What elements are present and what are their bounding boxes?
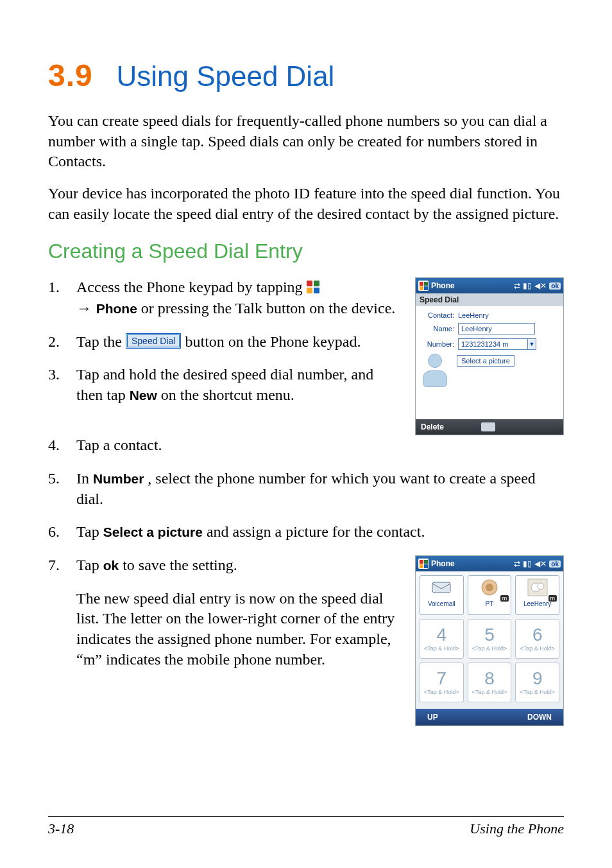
step-item: 2. Tap the Speed Dial button on the Phon… [48,332,401,352]
volume-icon: ◀✕ [534,281,547,290]
step-text: In [76,470,93,487]
step-number: 5. [48,469,76,509]
new-label: New [130,388,157,403]
name-field[interactable]: LeeHenry [458,323,535,334]
contact-avatar-placeholder [421,354,449,390]
footer-section-title: Using the Phone [470,820,564,837]
window-titlebar: Phone ⇄ ▮▯ ◀✕ ok [416,278,563,293]
signal-icon: ▮▯ [523,281,532,290]
section-heading: 3.9 Using Speed Dial [48,58,564,93]
steps-list: 4. Tap a contact. 5. In Number , select … [48,435,564,542]
step-text: Tap a contact. [76,435,564,456]
page-number: 3-18 [48,820,74,837]
step-number: 1. [48,277,76,318]
svg-point-2 [486,584,493,591]
speed-dial-tile-voicemail[interactable]: Voicemail [420,575,464,615]
slot-number: 8 [468,670,511,688]
phone-type-badge: m [548,595,557,602]
slot-number: 7 [420,670,463,688]
up-softkey[interactable]: UP [427,713,438,722]
softkey-bar: Delete [416,419,563,435]
step-text: Tap [76,523,103,540]
tile-caption: Voicemail [420,600,463,607]
step-number: 6. [48,522,76,542]
delete-softkey[interactable]: Delete [421,422,444,431]
step-text: to save the setting. [123,557,237,573]
step-item: 5. In Number , select the phone number f… [48,469,564,509]
step-item: 4. Tap a contact. [48,435,564,456]
speed-dial-tile[interactable]: m LeeHenry [515,575,559,615]
connectivity-icon: ⇄ [514,559,520,568]
screen-header: Speed Dial [416,293,563,306]
screenshot-speed-dial-grid: Phone ⇄ ▮▯ ◀✕ ok Voicemail [415,555,564,726]
down-softkey[interactable]: DOWN [527,713,552,722]
steps-list: 7. Tap ok to save the setting. [48,555,401,576]
tap-hold-hint: <Tap & Hold> [468,645,511,652]
step-text: on the shortcut menu. [161,386,294,403]
speed-dial-slot[interactable]: 5 <Tap & Hold> [468,619,512,659]
section-title: Using Speed Dial [116,60,334,92]
speed-dial-button-chip: Speed Dial [126,333,182,349]
slot-number: 4 [420,626,463,644]
step-number: 3. [48,365,76,405]
step-item: 3. Tap and hold the desired speed dial n… [48,365,401,405]
step-item: 7. Tap ok to save the setting. [48,555,401,576]
tap-hold-hint: <Tap & Hold> [420,689,463,695]
select-picture-button[interactable]: Select a picture [457,355,514,367]
name-label: Name: [421,325,458,333]
tap-hold-hint: <Tap & Hold> [468,689,511,695]
step-text: and assign a picture for the contact. [207,523,425,540]
ok-label: ok [103,558,119,573]
step-note: The new speed dial entry is now on the s… [76,589,401,670]
section-number: 3.9 [48,58,93,92]
ok-button[interactable]: ok [549,560,561,568]
tap-hold-hint: <Tap & Hold> [420,645,463,652]
steps-list: 1. Access the Phone keypad by tapping → … [48,277,401,405]
step-number: 7. [48,555,76,576]
contact-value: LeeHenry [458,311,558,319]
ok-button[interactable]: ok [549,282,561,290]
svg-rect-0 [432,582,450,593]
number-select[interactable]: 1231231234 m [458,338,527,350]
screenshot-speed-dial-form: Phone ⇄ ▮▯ ◀✕ ok Speed Dial Contact: Lee… [415,277,564,435]
intro-paragraph: Your device has incorporated the photo I… [48,184,564,224]
keyboard-icon[interactable] [481,422,495,431]
speed-dial-slot[interactable]: 7 <Tap & Hold> [420,663,464,702]
start-menu-icon[interactable] [418,281,429,291]
subsection-heading: Creating a Speed Dial Entry [48,239,564,263]
start-menu-icon [307,281,319,293]
window-title: Phone [431,559,455,568]
select-picture-label: Select a picture [103,525,203,539]
number-label: Number: [421,340,458,348]
step-number: 4. [48,435,76,456]
contact-label: Contact: [421,311,458,319]
start-menu-icon[interactable] [418,559,429,569]
slot-number: 5 [468,626,511,644]
step-text: Tap [76,557,103,573]
window-title: Phone [431,281,455,290]
intro-paragraph: You can create speed dials for frequentl… [48,111,564,172]
page-footer: 3-18 Using the Phone [48,816,564,837]
speed-dial-tile[interactable]: m PT [468,575,512,615]
connectivity-icon: ⇄ [514,281,520,290]
softkey-bar: UP DOWN [416,709,563,725]
tap-hold-hint: <Tap & Hold> [516,645,559,652]
number-label: Number [93,471,144,486]
speed-dial-slot[interactable]: 4 <Tap & Hold> [420,619,464,659]
speed-dial-slot[interactable]: 9 <Tap & Hold> [515,663,559,702]
slot-number: 9 [516,670,559,688]
voicemail-icon [420,576,463,599]
svg-point-5 [538,583,544,589]
step-text: , select the phone number for which you … [76,470,536,507]
step-number: 2. [48,332,76,352]
speed-dial-slot[interactable]: 8 <Tap & Hold> [468,663,512,702]
signal-icon: ▮▯ [523,559,532,568]
slot-number: 6 [516,626,559,644]
chevron-down-icon[interactable]: ▼ [527,338,536,350]
step-text: Tap the [76,333,126,350]
speed-dial-slot[interactable]: 6 <Tap & Hold> [515,619,559,659]
step-item: 1. Access the Phone keypad by tapping → … [48,277,401,318]
phone-label: Phone [96,301,137,316]
tap-hold-hint: <Tap & Hold> [516,689,559,695]
step-item: 6. Tap Select a picture and assign a pic… [48,522,564,542]
